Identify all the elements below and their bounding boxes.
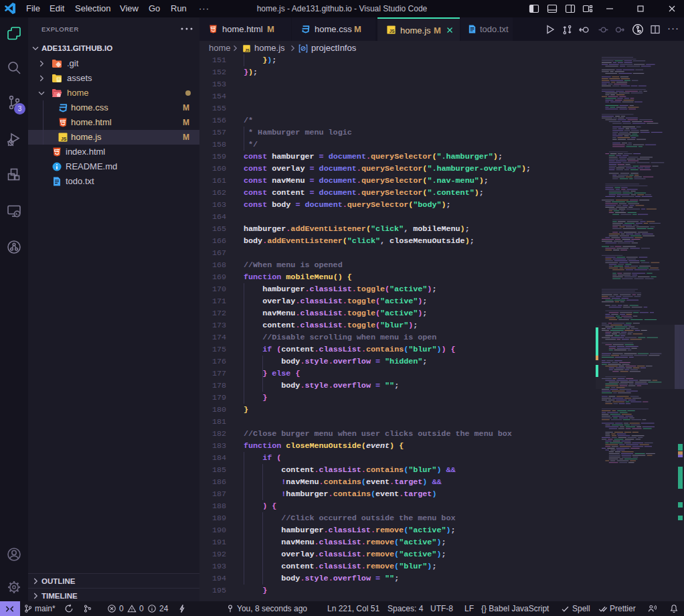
svg-text:JS: JS (390, 29, 395, 33)
svg-text:JS: JS (61, 137, 67, 141)
svg-text:JS: JS (245, 48, 250, 52)
